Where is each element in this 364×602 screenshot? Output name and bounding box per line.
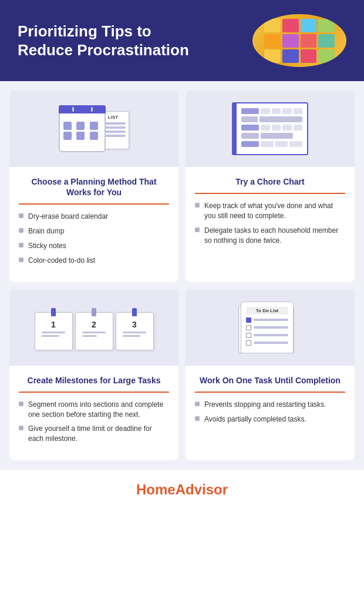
milestone-paper-2: 2 xyxy=(75,312,113,350)
sticky-note-4 xyxy=(264,34,281,48)
bullet-dot xyxy=(19,426,23,430)
bullet-item: Prevents stopping and restarting tasks. xyxy=(195,400,345,410)
card-divider-chore xyxy=(195,193,345,194)
chore-cell xyxy=(241,108,259,114)
card-title-onetask: Work On One Task Until Completion xyxy=(195,375,345,386)
cal-cell-5 xyxy=(76,132,85,140)
main-content: LIST Choose a Planning Method That Works… xyxy=(0,81,364,470)
milestone-pin-1 xyxy=(51,308,56,316)
chore-cell xyxy=(282,108,292,114)
bullet-dot xyxy=(195,203,200,208)
todo-paper-main: To Do List xyxy=(241,302,294,353)
footer: HomeAdvisor xyxy=(0,470,364,510)
cards-grid: LIST Choose a Planning Method That Works… xyxy=(9,91,355,460)
sticky-note-6 xyxy=(301,34,317,48)
todo-line xyxy=(254,326,288,329)
card-title-milestones: Create Milestones for Large Tasks xyxy=(19,375,169,386)
milestone-lines xyxy=(82,332,106,337)
card-chore-chart: Try a Chore Chart Keep track of what you… xyxy=(186,91,355,282)
milestone-line xyxy=(82,332,106,333)
chore-cell xyxy=(261,141,274,147)
todo-row xyxy=(246,333,288,338)
todo-line xyxy=(254,319,288,321)
calendar-icon xyxy=(59,105,106,152)
sticky-note-11 xyxy=(318,49,335,63)
card-milestones: 1 2 xyxy=(9,289,178,460)
card-content-chore: Try a Chore Chart Keep track of what you… xyxy=(186,167,355,282)
cal-cell-4 xyxy=(63,132,72,140)
chore-cell xyxy=(272,108,281,114)
card-illustration-milestones: 1 2 xyxy=(9,289,178,366)
milestone-line xyxy=(42,335,59,337)
sticky-note-9 xyxy=(282,49,299,63)
cal-ring-right xyxy=(91,107,93,112)
todo-row xyxy=(246,325,288,330)
brand-home: Home xyxy=(136,481,176,497)
chore-chart-illustration xyxy=(232,102,308,155)
cal-cell-6 xyxy=(90,132,98,140)
milestone-papers-illustration: 1 2 xyxy=(35,304,154,350)
bullet-item: Color-coded to-do list xyxy=(19,256,169,266)
bullet-dot xyxy=(19,402,23,406)
brand-logo: HomeAdvisor xyxy=(12,481,352,498)
card-content-onetask: Work On One Task Until Completion Preven… xyxy=(186,366,355,460)
bullet-item: Give yourself a time limit or deadline f… xyxy=(19,424,169,444)
todo-row xyxy=(246,340,288,346)
bullet-dot xyxy=(195,416,200,421)
chore-cell xyxy=(261,108,270,114)
sticky-note-1 xyxy=(282,19,299,32)
bullet-dot xyxy=(19,228,23,233)
sticky-note-7 xyxy=(318,34,335,48)
milestone-line xyxy=(82,335,97,337)
calendar-top xyxy=(59,105,106,113)
chore-cell xyxy=(241,141,259,147)
chore-cell xyxy=(261,125,270,131)
chore-cell xyxy=(289,141,302,147)
card-content-milestones: Create Milestones for Large Tasks Segmen… xyxy=(9,366,178,460)
bullet-item: Avoids partially completed tasks. xyxy=(195,414,345,424)
chore-cell xyxy=(272,125,281,131)
chore-row xyxy=(241,133,302,139)
chore-header-row xyxy=(241,108,302,114)
milestone-line xyxy=(123,335,140,337)
bullet-item: Brain dump xyxy=(19,226,169,236)
milestone-pin-2 xyxy=(92,308,96,316)
chore-cell xyxy=(241,116,258,122)
chore-cell xyxy=(275,141,288,147)
card-illustration-planning: LIST xyxy=(9,91,178,167)
chore-cell xyxy=(241,133,259,139)
bullet-item: Keep track of what you've done and what … xyxy=(195,201,345,221)
card-illustration-chore xyxy=(186,91,355,167)
header: Prioritizing Tips to Reduce Procrastinat… xyxy=(0,0,364,81)
sticky-note-8 xyxy=(264,49,281,63)
calendar-list-illustration: LIST xyxy=(59,105,129,152)
bullet-item: Delegate tasks to each household member … xyxy=(195,226,345,246)
card-illustration-todo: To Do List xyxy=(186,289,355,366)
sticky-notes-decoration xyxy=(264,19,335,63)
todo-checkbox xyxy=(246,325,251,330)
bullet-item: Sticky notes xyxy=(19,241,169,251)
milestone-line xyxy=(123,332,146,333)
bullet-dot xyxy=(19,213,23,218)
todo-stack-illustration: To Do List xyxy=(241,302,299,353)
todo-line xyxy=(254,334,288,336)
card-divider-planning xyxy=(19,203,169,205)
card-divider-milestones xyxy=(19,392,169,393)
cal-cell-2 xyxy=(76,122,85,130)
card-one-task: To Do List xyxy=(186,289,355,460)
sticky-note-3 xyxy=(318,19,335,32)
card-title-planning: Choose a Planning Method That Works for … xyxy=(19,176,169,198)
sticky-note-2 xyxy=(301,19,317,32)
milestone-pin-3 xyxy=(132,308,137,316)
todo-checkbox xyxy=(246,340,251,346)
chore-cell xyxy=(294,125,303,131)
chore-cell xyxy=(294,108,303,114)
page-title: Prioritizing Tips to Reduce Procrastinat… xyxy=(18,22,205,60)
todo-line xyxy=(254,342,288,344)
cal-cell-1 xyxy=(63,122,72,130)
header-image xyxy=(252,14,346,67)
bullet-dot xyxy=(195,228,200,232)
bullet-dot xyxy=(19,243,23,248)
chore-row xyxy=(241,125,302,131)
chore-cell xyxy=(259,116,302,122)
